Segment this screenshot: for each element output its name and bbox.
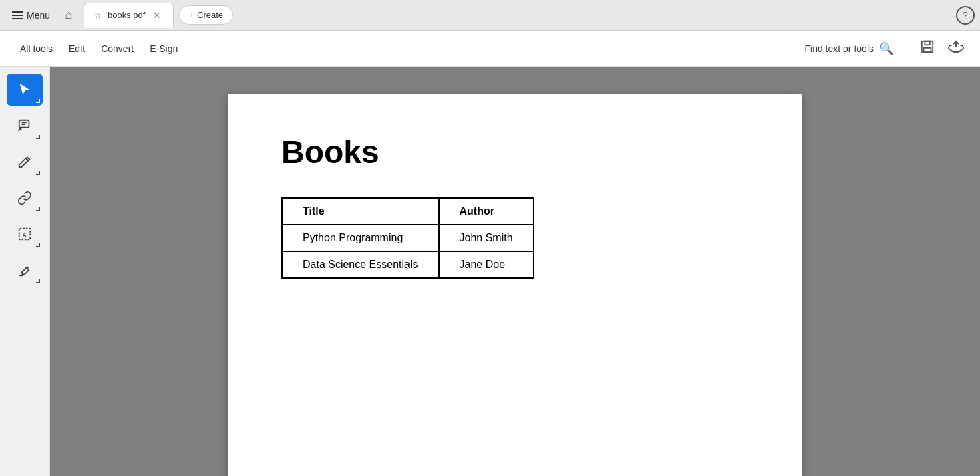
table-cell-title-2: Data Science Essentials — [282, 251, 439, 278]
hamburger-icon — [12, 11, 23, 19]
tab-bar-right: ? — [956, 6, 975, 25]
svg-text:A: A — [22, 232, 27, 239]
left-sidebar: A — [0, 67, 50, 476]
find-tools-label: Find text or tools — [805, 43, 874, 54]
save-icon — [920, 39, 935, 57]
tab-close-button[interactable]: ✕ — [150, 9, 164, 22]
home-icon: ⌂ — [65, 8, 73, 22]
create-button[interactable]: + Create — [179, 5, 233, 25]
comment-tool[interactable] — [7, 110, 43, 142]
toolbar-divider — [909, 39, 909, 59]
pencil-tool[interactable] — [7, 146, 43, 178]
menu-label: Menu — [27, 10, 50, 21]
text-select-tool[interactable]: A — [7, 218, 43, 250]
tab-title: books.pdf — [108, 10, 145, 20]
table-row: Python Programming John Smith — [282, 225, 534, 251]
home-button[interactable]: ⌂ — [57, 3, 81, 27]
main-layout: A Books Title Author — [0, 67, 980, 476]
esign-button[interactable]: E-Sign — [143, 39, 184, 58]
table-cell-author-1: John Smith — [439, 225, 534, 251]
upload-button[interactable] — [945, 36, 967, 61]
link-tool[interactable] — [7, 182, 43, 214]
all-tools-button[interactable]: All tools — [13, 39, 59, 58]
pdf-area: Books Title Author Python Programming Jo… — [50, 67, 980, 476]
table-cell-title-1: Python Programming — [282, 225, 439, 251]
toolbar: All tools Edit Convert E-Sign Find text … — [0, 31, 980, 67]
table-row: Data Science Essentials Jane Doe — [282, 251, 534, 278]
table-header-author: Author — [439, 198, 534, 225]
pdf-document-title: Books — [281, 134, 749, 170]
svg-rect-1 — [925, 41, 929, 45]
create-plus-icon: + — [189, 10, 194, 20]
find-tools-button[interactable]: Find text or tools 🔍 — [798, 37, 901, 60]
active-tab: ☆ books.pdf ✕ — [84, 3, 174, 28]
table-cell-author-2: Jane Doe — [439, 251, 534, 278]
highlight-tool[interactable] — [7, 254, 43, 286]
table-header-title: Title — [282, 198, 439, 225]
tab-bar: Menu ⌂ ☆ books.pdf ✕ + Create ? — [0, 0, 980, 31]
help-button[interactable]: ? — [956, 6, 975, 25]
toolbar-right: Find text or tools 🔍 — [798, 36, 967, 61]
upload-icon — [948, 39, 964, 58]
create-label: Create — [197, 10, 223, 20]
svg-rect-2 — [924, 48, 931, 52]
menu-button[interactable]: Menu — [5, 6, 57, 25]
tab-star-icon: ☆ — [94, 10, 102, 21]
convert-button[interactable]: Convert — [94, 39, 140, 58]
edit-button[interactable]: Edit — [62, 39, 92, 58]
pdf-table: Title Author Python Programming John Smi… — [281, 197, 534, 279]
pdf-page: Books Title Author Python Programming Jo… — [228, 94, 802, 476]
search-icon: 🔍 — [879, 41, 894, 56]
save-button[interactable] — [917, 37, 937, 60]
cursor-tool[interactable] — [7, 74, 43, 106]
